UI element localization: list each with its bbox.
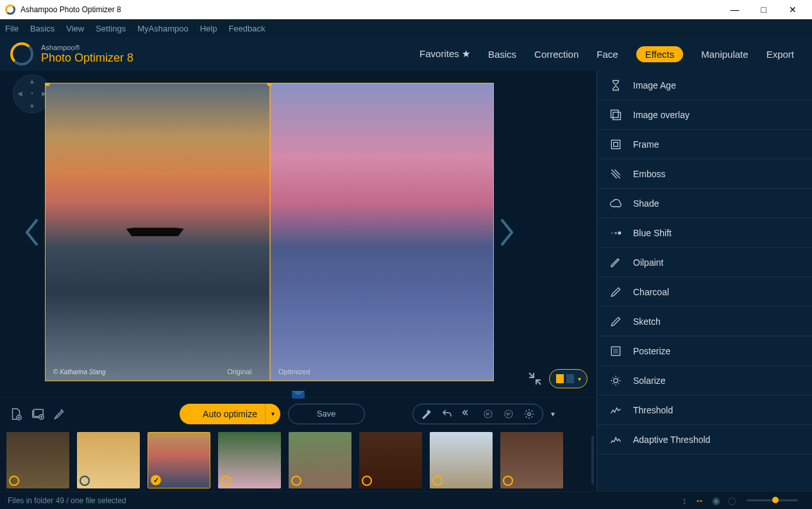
- selection-ring-icon[interactable]: [362, 476, 372, 486]
- hourglass-icon: [609, 78, 623, 92]
- gear-icon[interactable]: [523, 408, 535, 420]
- toolbar: Auto optimize ▾ Save 90° 90° ▾: [0, 397, 596, 429]
- effect-label: Posterize: [633, 346, 670, 356]
- nav-face[interactable]: Face: [596, 49, 618, 60]
- maximize-button[interactable]: □: [749, 0, 778, 19]
- pencil-icon: [609, 285, 623, 299]
- effect-adaptive-threshold[interactable]: Adaptive Threshold: [597, 425, 812, 454]
- emboss-icon: [609, 167, 623, 181]
- effect-posterize[interactable]: Posterize: [597, 336, 812, 366]
- thumbnail[interactable]: [289, 432, 351, 488]
- mail-icon[interactable]: [292, 391, 305, 399]
- nav-export[interactable]: Export: [766, 49, 794, 60]
- menu-feedback[interactable]: Feedback: [228, 24, 265, 33]
- brand-company: Ashampoo®: [41, 44, 133, 51]
- thumbnail[interactable]: [359, 432, 422, 488]
- solarize-icon: [609, 374, 623, 388]
- compare-mode-toggle[interactable]: ▾: [549, 369, 588, 388]
- sort-horizontal-icon[interactable]: ↔: [695, 495, 704, 506]
- effect-blue-shift[interactable]: Blue Shift: [597, 218, 812, 248]
- top-nav: Favorites ★ Basics Correction Face Effec…: [419, 46, 802, 62]
- auto-optimize-dropdown[interactable]: ▾: [265, 404, 280, 424]
- rotate-right-icon[interactable]: 90°: [503, 408, 514, 420]
- selection-ring-icon[interactable]: [9, 476, 19, 486]
- selection-ring-icon[interactable]: [503, 476, 513, 486]
- thumbnail[interactable]: [430, 432, 493, 488]
- menu-basics[interactable]: Basics: [30, 24, 55, 33]
- fit-screen-icon[interactable]: [527, 371, 543, 386]
- thumbnail[interactable]: ✓: [148, 432, 210, 488]
- brush-icon[interactable]: [53, 407, 67, 421]
- effect-label: Frame: [633, 139, 659, 150]
- thumbnail[interactable]: [6, 432, 69, 488]
- save-button[interactable]: Save: [288, 404, 365, 424]
- original-label: Original: [227, 368, 251, 375]
- menu-view[interactable]: View: [66, 24, 84, 33]
- cloud-icon: [609, 196, 623, 211]
- add-file-icon[interactable]: [9, 407, 23, 421]
- close-button[interactable]: ✕: [778, 0, 807, 19]
- menu-help[interactable]: Help: [200, 24, 217, 33]
- svg-rect-12: [614, 142, 618, 146]
- effect-emboss[interactable]: Emboss: [597, 159, 812, 189]
- filmstrip-scrollbar[interactable]: [591, 436, 594, 485]
- menu-myashampoo[interactable]: MyAshampoo: [137, 24, 188, 33]
- nav-manipulate[interactable]: Manipulate: [701, 49, 748, 60]
- minimize-button[interactable]: —: [720, 0, 749, 19]
- selection-ring-icon[interactable]: [432, 476, 443, 486]
- filmstrip: ✓: [0, 429, 596, 491]
- copyright-label: © Katharina Stang: [53, 368, 106, 375]
- deselect-icon[interactable]: ◌: [728, 495, 736, 506]
- nav-favorites[interactable]: Favorites ★: [419, 48, 470, 60]
- tools-dropdown[interactable]: ▾: [551, 410, 555, 418]
- prev-image-button[interactable]: [19, 71, 45, 393]
- nav-effects[interactable]: Effects: [636, 46, 684, 62]
- effect-label: Sketch: [633, 316, 661, 327]
- pencil-icon: [609, 315, 623, 329]
- svg-text:90°: 90°: [486, 413, 491, 416]
- menu-file[interactable]: File: [5, 24, 19, 33]
- effect-charcoal[interactable]: Charcoal: [597, 277, 812, 307]
- effect-image-overlay[interactable]: Image overlay: [597, 100, 812, 130]
- selection-ring-icon[interactable]: [291, 476, 301, 486]
- effect-sketch[interactable]: Sketch: [597, 307, 812, 336]
- svg-point-8: [528, 412, 531, 415]
- next-image-button[interactable]: [494, 71, 520, 393]
- magic-wand-icon[interactable]: [421, 408, 432, 420]
- thumbnail[interactable]: [218, 432, 281, 488]
- auto-optimize-button[interactable]: Auto optimize ▾: [180, 404, 280, 424]
- effect-label: Image Age: [633, 80, 676, 91]
- app-logo-icon: [5, 4, 15, 15]
- nav-basics[interactable]: Basics: [488, 49, 516, 60]
- thumbnail-size-slider[interactable]: [747, 499, 798, 501]
- compare-divider[interactable]: [269, 83, 271, 381]
- add-folder-icon[interactable]: [31, 407, 45, 421]
- overlay-icon: [609, 108, 623, 122]
- menu-settings[interactable]: Settings: [96, 24, 126, 33]
- adaptive-icon: [609, 433, 623, 447]
- effect-image-age[interactable]: Image Age: [597, 71, 812, 100]
- thumbnail[interactable]: [500, 432, 563, 488]
- preview-compare[interactable]: © Katharina Stang Original Optimized: [45, 83, 494, 381]
- status-text: Files in folder 49 / one file selected: [8, 496, 126, 505]
- undo-all-icon[interactable]: [462, 408, 473, 420]
- effect-shade[interactable]: Shade: [597, 189, 812, 218]
- undo-icon[interactable]: [441, 408, 453, 420]
- effect-solarize[interactable]: Solarize: [597, 366, 812, 395]
- effect-threshold[interactable]: Threshold: [597, 395, 812, 425]
- thumbnail[interactable]: [77, 432, 140, 488]
- selection-ring-icon[interactable]: [221, 476, 231, 486]
- rotate-left-icon[interactable]: 90°: [482, 408, 494, 420]
- select-all-icon[interactable]: ◉: [712, 495, 720, 506]
- selection-ring-icon[interactable]: ✓: [151, 475, 161, 485]
- threshold-icon: [609, 403, 623, 417]
- effect-frame[interactable]: Frame: [597, 130, 812, 159]
- effect-oilpaint[interactable]: Oilpaint: [597, 248, 812, 277]
- edit-tools-group: 90° 90°: [412, 404, 543, 424]
- svg-rect-17: [614, 349, 618, 353]
- nav-correction[interactable]: Correction: [534, 49, 579, 60]
- selection-ring-icon[interactable]: [80, 476, 90, 486]
- effect-label: Threshold: [633, 405, 673, 415]
- sort-vertical-icon[interactable]: ↕: [682, 495, 688, 506]
- menubar: File Basics View Settings MyAshampoo Hel…: [0, 19, 812, 37]
